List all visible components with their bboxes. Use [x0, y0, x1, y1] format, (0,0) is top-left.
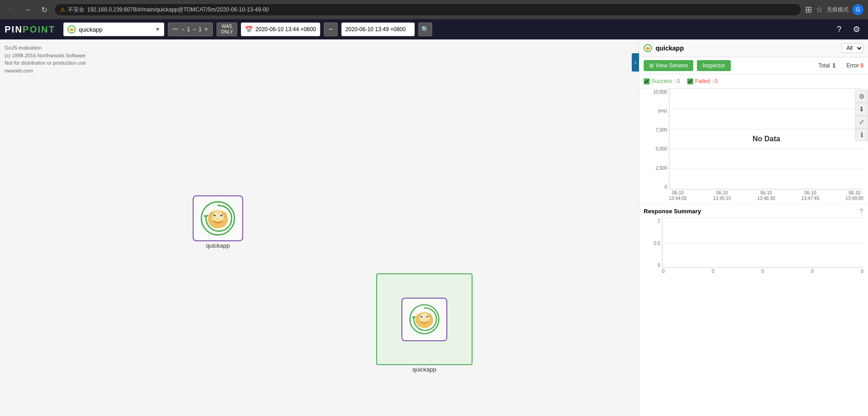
error-label: Error 0 [846, 62, 863, 69]
no-data-label: No Data [752, 135, 780, 143]
total-label: Total 1 [818, 62, 835, 69]
summary-help-button[interactable]: ? [859, 207, 863, 215]
calendar-icon: 📅 [245, 26, 253, 33]
translate-icon[interactable]: ⊞ [805, 5, 812, 15]
settings-button[interactable]: ⚙ [850, 22, 863, 36]
summary-chart-container: 1 0.5 0 [644, 217, 863, 277]
topology-canvas[interactable]: GoJS evaluation (c) 1998-2016 Northwoods… [0, 39, 639, 416]
panel-toolbar: ⊞ View Servers Inspector Total 1 Error 0… [639, 57, 868, 74]
failed-checkbox[interactable] [687, 78, 693, 84]
topo-node-1[interactable]: quickapp [193, 195, 243, 249]
table-icon: ⊞ [649, 62, 654, 69]
url-prefix: 不安全 [68, 6, 84, 14]
response-summary-title: Response Summary [644, 208, 701, 215]
address-bar[interactable]: ⚠ 不安全 192.168.0.239:8079/#/main/quickapp… [54, 3, 801, 16]
response-summary-section: Response Summary ? 1 0.5 0 [639, 203, 868, 277]
pinpoint-logo: PINPOINT [5, 24, 55, 35]
url-display: 192.168.0.239:8079/#/main/quickapp@TOMCA… [87, 6, 269, 13]
tomcat-icon-1 [200, 200, 236, 237]
flow-dots: ••• [172, 26, 178, 33]
right-panel: ‹ quickapp All ⊞ View Servers Inspector [639, 39, 868, 416]
panel-header: quickapp All [639, 39, 868, 57]
panel-app-icon [644, 44, 652, 52]
back-button[interactable]: ← [5, 3, 17, 16]
lock-icon: ⚠ [60, 6, 65, 13]
date-from-button[interactable]: 📅 2020-06-10 13:44 +0800 [241, 22, 320, 36]
date-to-value: 2020-06-10 13:49 +0800 [345, 26, 406, 33]
browser-right-icons: ⊞ ☆ 无痕模式 G [805, 4, 863, 15]
main-content: GoJS evaluation (c) 1998-2016 Northwoods… [0, 39, 868, 416]
failed-label: Failed : 0 [695, 78, 718, 84]
chart-y-axis: 10,000 (ms) 7,500 5,000 2,500 0 [644, 89, 669, 199]
was-only-button[interactable]: WAS ONLY [217, 22, 237, 36]
chart-x-axis: 06-1013:44:00 06-1013:45:15 06-1013:46:3… [669, 190, 863, 201]
incognito-label: 无痕模式 [827, 6, 849, 14]
topo-node-2[interactable]: quickapp [376, 273, 473, 373]
date-from-value: 2020-06-10 13:44 +0800 [256, 26, 316, 33]
tomcat-icon-2 [408, 303, 440, 335]
app-selector-icon [67, 25, 76, 33]
view-servers-button[interactable]: ⊞ View Servers [644, 60, 693, 71]
summary-x-axis: 0 0 0 0 0 [662, 269, 863, 274]
bookmark-icon[interactable]: ☆ [816, 5, 823, 15]
gojs-notice: GoJS evaluation (c) 1998-2016 Northwoods… [5, 44, 86, 74]
svg-point-9 [220, 215, 222, 216]
svg-point-17 [421, 316, 423, 318]
panel-filter-select[interactable]: All [841, 43, 863, 53]
svg-point-18 [426, 316, 428, 318]
flow-arrow: → 1 → 1 [180, 26, 201, 33]
selected-app: quickapp [78, 26, 102, 33]
summary-grid [662, 217, 863, 267]
summary-chart-area [662, 217, 863, 268]
success-checkbox-item[interactable]: Success : 0 [644, 78, 680, 84]
app-selector[interactable]: quickapp ▼ [63, 22, 164, 36]
profile-icon[interactable]: G [852, 4, 863, 15]
topo-node-2-label: quickapp [412, 366, 436, 373]
help-button[interactable]: ? [832, 22, 846, 36]
app-bar: PINPOINT quickapp ▼ ••• → 1 → 1 ▼ WAS ON… [0, 19, 868, 39]
checkbox-row: Success : 0 Failed : 0 [639, 74, 868, 89]
browser-bar: ← → ↻ ⚠ 不安全 192.168.0.239:8079/#/main/qu… [0, 0, 868, 19]
search-button[interactable]: 🔍 [418, 22, 432, 36]
failed-checkbox-item[interactable]: Failed : 0 [687, 78, 718, 84]
topo-node-1-label: quickapp [206, 242, 230, 249]
panel-collapse-button[interactable]: ‹ [632, 53, 639, 72]
chart-area: No Data [669, 89, 863, 189]
success-label: Success : 0 [651, 78, 680, 84]
svg-point-1 [70, 28, 73, 31]
success-checkbox[interactable] [644, 78, 650, 84]
refresh-button[interactable]: ↻ [38, 3, 50, 16]
response-time-chart: 10,000 (ms) 7,500 5,000 2,500 0 [639, 89, 868, 203]
svg-point-8 [214, 215, 216, 216]
svg-point-21 [646, 47, 650, 50]
summary-y-axis: 1 0.5 0 [644, 217, 662, 277]
inspector-button[interactable]: Inspector [697, 60, 730, 71]
panel-app-name: quickapp [656, 44, 838, 52]
minus-button[interactable]: − [324, 22, 338, 36]
forward-button[interactable]: → [21, 3, 34, 16]
response-summary-header: Response Summary ? [644, 207, 863, 215]
flow-badge: ••• → 1 → 1 ▼ [168, 22, 213, 36]
date-to-input[interactable]: 2020-06-10 13:49 +0800 [341, 22, 415, 36]
